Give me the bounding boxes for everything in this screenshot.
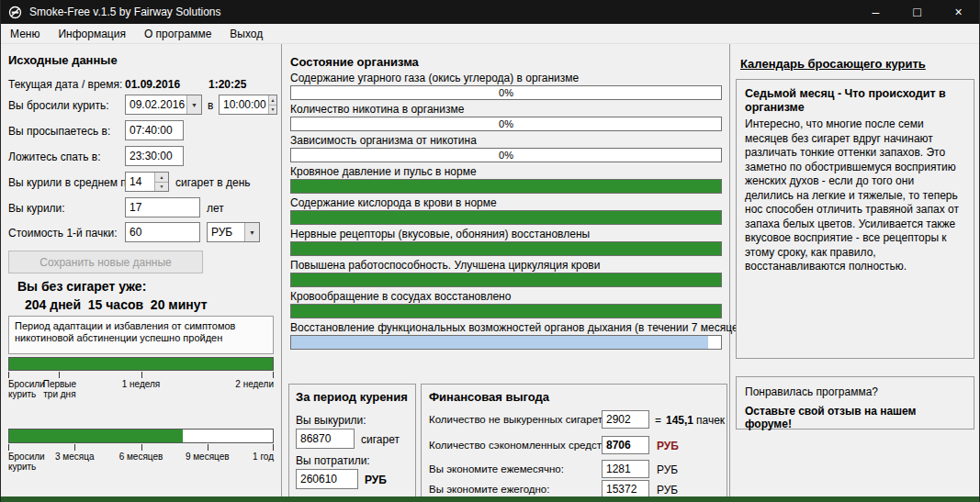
progress-fill — [291, 336, 708, 349]
saved-row: Количество сэкономленных средств: РУБ — [422, 436, 727, 456]
menu-item-exit[interactable]: Выход — [220, 25, 272, 43]
feedback-cta-link[interactable]: Оставьте свой отзыв на нашем форуме! — [745, 405, 965, 430]
adaptation-note: Период адаптации и избавления от симптом… — [8, 316, 274, 354]
bar-label: Кровообращение в сосудах восстановлено — [290, 290, 722, 304]
wake-time-input[interactable] — [125, 120, 184, 140]
saved-input[interactable] — [602, 436, 649, 454]
initial-data-title: Исходные данные — [8, 53, 118, 67]
progress-text: 0% — [291, 150, 721, 161]
quit-date-select[interactable]: 09.02.2016 ▼ — [125, 95, 202, 115]
body-state-item: Восстановление функциональных возможност… — [290, 321, 722, 350]
bar-label: Содержание угарного газа (окись углерода… — [290, 72, 722, 85]
initial-data-panel: Исходные данные Текущая дата / время: 01… — [1, 44, 282, 496]
quit-conjunction: в — [208, 99, 213, 112]
app-window: Smoke-Free v.1.5 by Fairway Solutions – … — [0, 0, 980, 502]
packs-value: 145,1 — [666, 414, 693, 427]
progress-fill — [291, 180, 721, 193]
bar-label: Количество никотина в организме — [290, 103, 722, 117]
smoke-free-duration-label: Вы без сигарет уже: — [17, 279, 146, 294]
quit-date-row: Вы бросили курить: 09.02.2016 ▼ в 10:00:… — [8, 95, 278, 117]
sleep-time-input[interactable] — [125, 146, 184, 166]
body-state-panel: Состояние организма Содержание угарного … — [283, 44, 730, 496]
scale-label: Бросили курить — [8, 452, 47, 472]
window-title: Smoke-Free v.1.5 by Fairway Solutions — [29, 6, 221, 18]
yearly-savings-currency: РУБ — [657, 484, 678, 496]
cigarettes-per-day-spinner[interactable]: 14 ▲ ▼ — [125, 172, 169, 192]
tick-mark — [8, 444, 9, 451]
monthly-savings-row: Вы экономите ежемесячно: РУБ — [422, 460, 727, 480]
menu-item-menu[interactable]: Меню — [1, 25, 49, 43]
save-button[interactable]: Сохранить новые данные — [8, 251, 203, 273]
chevron-down-icon[interactable]: ▼ — [244, 223, 259, 241]
smoking-period-box: За период курения Вы выкурили: сигарет В… — [288, 384, 416, 497]
monthly-savings-input[interactable] — [602, 460, 649, 478]
progress-bar — [290, 304, 722, 318]
scale-label: 1 год — [253, 452, 274, 462]
scale-label: 2 недели — [235, 379, 274, 389]
cigarettes-per-day-suffix: сигарет в день — [175, 176, 251, 189]
smoking-period-title: За период курения — [296, 390, 415, 404]
spent-input[interactable] — [296, 469, 358, 489]
progress-text: 0% — [291, 87, 721, 98]
smoking-years-row: Вы курили: лет — [8, 197, 278, 219]
current-time: 1:20:25 — [208, 78, 246, 91]
spent-suffix: РУБ — [365, 474, 387, 486]
monthly-savings-label: Вы экономите ежемесячно: — [429, 463, 564, 474]
timeline-2weeks-scale: Бросили курить Первые три дня 1 неделя 2… — [8, 372, 274, 403]
progress-bar — [290, 273, 722, 287]
progress-bar: 0% — [290, 148, 722, 162]
calendar-title-link[interactable]: Календарь бросающего курить — [740, 57, 926, 71]
article-title: Седьмой месяц - Что происходит в организ… — [745, 87, 965, 115]
sleep-time-row: Ложитесь спать в: — [8, 146, 278, 168]
tick-mark — [273, 444, 274, 451]
bar-label: Восстановление функциональных возможност… — [290, 321, 722, 335]
progress-bar: 0% — [290, 117, 722, 131]
tick-mark — [8, 372, 9, 378]
scale-label: 9 месяцев — [186, 452, 230, 462]
spent-label: Вы потратили: — [296, 454, 370, 467]
feedback-question: Понравилась программа? — [745, 385, 965, 398]
not-smoked-input[interactable] — [602, 410, 649, 429]
window-bottom-border — [1, 496, 979, 502]
smoking-years-input[interactable] — [125, 197, 200, 218]
pack-cost-row: Стоимость 1-й пачки: РУБ ▼ — [8, 222, 278, 244]
sleep-time-label: Ложитесь спать в: — [8, 151, 100, 163]
packs-suffix: пачек — [696, 414, 725, 427]
smoked-count-input[interactable] — [296, 429, 355, 449]
yearly-savings-input[interactable] — [602, 480, 649, 498]
spinner-up-icon[interactable]: ▲ — [155, 173, 168, 183]
close-button-icon[interactable]: × — [938, 0, 979, 24]
feedback-box: Понравилась программа? Оставьте свой отз… — [736, 376, 974, 429]
timeline-2weeks-bar — [8, 357, 274, 371]
tick-mark — [273, 372, 274, 378]
financial-title: Финансовая выгода — [429, 390, 727, 404]
spinner-down-icon[interactable]: ▼ — [269, 106, 276, 115]
bar-label: Повышена работоспособность. Улучшена цир… — [290, 259, 722, 273]
smoked-count-suffix: сигарет — [361, 433, 400, 446]
progress-fill — [291, 242, 721, 255]
currency-value: РУБ — [208, 223, 244, 241]
minimize-button-icon[interactable]: – — [855, 0, 896, 24]
spinner-up-icon[interactable]: ▲ — [269, 95, 276, 106]
menu-item-about[interactable]: О программе — [135, 25, 220, 43]
currency-select[interactable]: РУБ ▼ — [207, 222, 260, 242]
scale-label: 6 месяцев — [119, 452, 163, 462]
wake-time-label: Вы просыпаетесь в: — [8, 125, 110, 138]
tick-mark — [208, 444, 208, 451]
article-body: Интересно, что многие после семи месяцев… — [745, 117, 965, 274]
smoking-years-label: Вы курили: — [8, 202, 65, 215]
cigarettes-per-day-value: 14 — [126, 173, 154, 191]
spinner-buttons: ▲ ▼ — [268, 95, 276, 114]
quit-time-spinner[interactable]: 10:00:00 ▲ ▼ — [219, 95, 277, 115]
body-state-item: Зависимость организма от никотина 0% — [290, 134, 722, 162]
maximize-button-icon[interactable]: □ — [896, 0, 938, 24]
chevron-down-icon[interactable]: ▼ — [186, 95, 201, 114]
menu-item-information[interactable]: Информация — [49, 25, 134, 43]
smoke-free-duration-value: 204 дней 15 часов 20 минут — [25, 297, 208, 312]
menubar: Меню Информация О программе Выход — [1, 24, 979, 44]
cigarettes-per-day-row: Вы курили в среднем по: 14 ▲ ▼ сигарет в… — [8, 172, 278, 194]
pack-cost-input[interactable] — [125, 222, 200, 242]
spinner-down-icon[interactable]: ▼ — [155, 183, 168, 192]
timeline-1year-scale: Бросили курить 3 месяца 6 месяцев 9 меся… — [8, 444, 274, 475]
financial-box: Финансовая выгода Количество не выкуренн… — [421, 384, 727, 499]
